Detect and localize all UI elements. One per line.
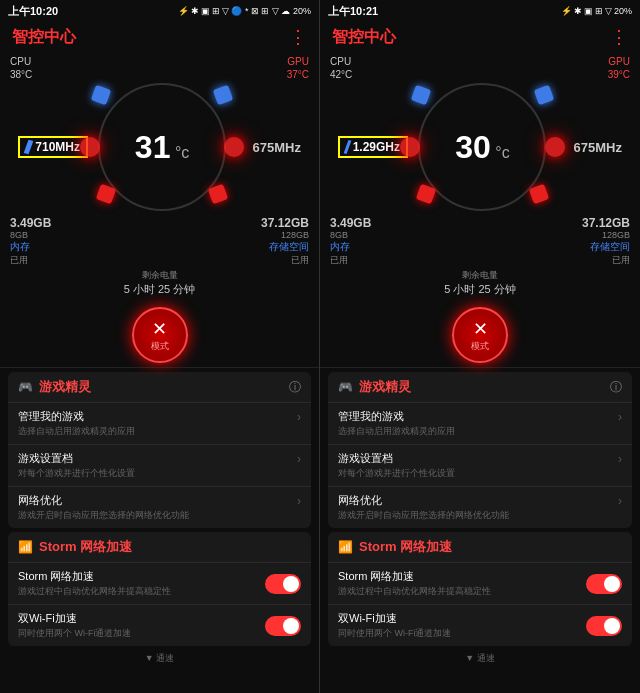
glow-blue-tl-2 (411, 85, 432, 106)
game-elf-card-1: 🎮 游戏精灵 ⓘ 管理我的游戏 › 选择自动启用游戏精灵的应用 游戏设置档 › … (8, 372, 311, 528)
chevron-icon-2-0: › (618, 410, 622, 424)
cpu-temp-2: 42°C (330, 69, 352, 80)
bt-icon: ⚡ (178, 6, 189, 16)
storm-toggle-1-0[interactable] (265, 574, 301, 594)
game-elf-header-2: 🎮 游戏精灵 ⓘ (328, 372, 632, 402)
mode-section-1: ✕ 模式 (10, 301, 309, 367)
cpu-gpu-labels-2: CPU GPU (330, 56, 630, 67)
network-icon-2: ⊞ (595, 6, 603, 16)
divider-1 (0, 367, 319, 368)
game-elf-item-desc-1-1: 对每个游戏并进行个性化设置 (18, 467, 301, 480)
more-menu-1[interactable]: ⋮ (289, 26, 307, 48)
temp-content-1: 31 °c (135, 129, 189, 166)
storm-toggle-2-1[interactable] (586, 616, 622, 636)
blue-cube-icon-2 (344, 140, 351, 154)
divider-2 (320, 367, 640, 368)
temp-content-2: 30 °c (455, 129, 509, 166)
game-elf-item-desc-1-2: 游戏开启时自动应用您选择的网络优化功能 (18, 509, 301, 522)
network-icon: ⊞ (212, 6, 220, 16)
wifi-status-icon: ✱ (191, 6, 199, 16)
game-elf-item-2-2[interactable]: 网络优化 › 游戏开启时自动应用您选择的网络优化功能 (328, 486, 632, 528)
wifi-icon-2: 📶 (338, 540, 353, 554)
chevron-icon-1-0: › (297, 410, 301, 424)
center-display-1: 31 °c (88, 82, 236, 212)
battery-time-1: 5 小时 25 分钟 (10, 282, 309, 297)
game-elf-item-row-2-0: 管理我的游戏 › (338, 409, 622, 424)
game-elf-item-desc-2-2: 游戏开启时自动应用您选择的网络优化功能 (338, 509, 622, 522)
game-elf-item-1-2[interactable]: 网络优化 › 游戏开启时自动应用您选择的网络优化功能 (8, 486, 311, 528)
storm-title-2: Storm 网络加速 (359, 538, 452, 556)
glow-red-right-2 (545, 137, 565, 157)
game-elf-card-2: 🎮 游戏精灵 ⓘ 管理我的游戏 › 选择自动启用游戏精灵的应用 游戏设置档 › … (328, 372, 632, 528)
app-title-2: 智控中心 (332, 27, 396, 48)
storm-item-title-1-1: 双Wi-Fi加速 (18, 611, 265, 626)
game-elf-title-1: 游戏精灵 (39, 378, 91, 396)
dashboard-1: CPU GPU 38°C 37°C 710MHz (0, 52, 319, 367)
storm-card-1: 📶 Storm 网络加速 Storm 网络加速 游戏过程中自动优化网络并提高稳定… (8, 532, 311, 646)
mode-text-1: 模式 (151, 340, 169, 353)
dashboard-main-2: 1.29GHz 30 °c 675MHz (330, 82, 630, 212)
wifi-icon-1: 📶 (18, 540, 33, 554)
gamepad-icon-2: 🎮 (338, 380, 353, 394)
storm-item-title-1-0: Storm 网络加速 (18, 569, 265, 584)
game-elf-item-title-1-2: 网络优化 (18, 493, 62, 508)
glow-blue-tl-1 (91, 85, 112, 106)
storage-label-1: 存储空间 (261, 240, 309, 254)
more-menu-2[interactable]: ⋮ (610, 26, 628, 48)
storm-header-left-1: 📶 Storm 网络加速 (18, 538, 132, 556)
cpu-freq-area-1: 710MHz (18, 136, 88, 158)
storage-used-2: 37.12GB (582, 216, 630, 230)
storage-label-2: 存储空间 (582, 240, 630, 254)
bt-icon-2: ⚡ (561, 6, 572, 16)
cpu-gpu-labels-1: CPU GPU (10, 56, 309, 67)
storm-item-title-2-0: Storm 网络加速 (338, 569, 586, 584)
mode-x-icon-2: ✕ (473, 318, 488, 340)
mode-section-2: ✕ 模式 (330, 301, 630, 367)
scroll-hint-2: ▼ 通速 (320, 650, 640, 667)
game-elf-item-2-1[interactable]: 游戏设置档 › 对每个游戏并进行个性化设置 (328, 444, 632, 486)
mode-x-icon-1: ✕ (152, 318, 167, 340)
cpu-freq-val-1: 710MHz (35, 140, 80, 154)
dashboard-main-1: 710MHz 31 °c 675MHz (10, 82, 309, 212)
battery-pct-2: 20% (614, 6, 632, 16)
battery-section-2: 剩余电量 5 小时 25 分钟 (330, 269, 630, 301)
game-elf-title-2: 游戏精灵 (359, 378, 411, 396)
mem-sublabel-2: 已用 (330, 254, 371, 267)
cpu-freq-box-2: 1.29GHz (338, 136, 408, 158)
battery-label-2: 剩余电量 (330, 269, 630, 282)
storm-item-left-1-1: 双Wi-Fi加速 同时使用两个 Wi-Fi通道加速 (18, 611, 265, 640)
glow-red-br-2 (529, 184, 550, 205)
blue-cube-icon-1 (24, 140, 34, 155)
storm-item-1-1: 双Wi-Fi加速 同时使用两个 Wi-Fi通道加速 (8, 604, 311, 646)
cpu-label-2: CPU (330, 56, 351, 67)
game-elf-item-1-0[interactable]: 管理我的游戏 › 选择自动启用游戏精灵的应用 (8, 402, 311, 444)
chevron-icon-2-1: › (618, 452, 622, 466)
storm-toggle-1-1[interactable] (265, 616, 301, 636)
status-icons-2: ⚡ ✱ ▣ ⊞ ▽ 20% (561, 6, 632, 16)
cpu-freq-val-2: 1.29GHz (353, 140, 400, 154)
game-elf-item-2-0[interactable]: 管理我的游戏 › 选择自动启用游戏精灵的应用 (328, 402, 632, 444)
cpu-freq-area-2: 1.29GHz (338, 136, 408, 158)
cpu-temp-1: 38°C (10, 69, 32, 80)
game-elf-item-desc-2-0: 选择自动启用游戏精灵的应用 (338, 425, 622, 438)
storm-item-left-1-0: Storm 网络加速 游戏过程中自动优化网络并提高稳定性 (18, 569, 265, 598)
memory-row-1: 3.49GB 8GB 内存 已用 37.12GB 128GB 存储空间 已用 (10, 216, 309, 267)
game-elf-item-row-1-2: 网络优化 › (18, 493, 301, 508)
storm-item-2-1: 双Wi-Fi加速 同时使用两个 Wi-Fi通道加速 (328, 604, 632, 646)
mode-button-1[interactable]: ✕ 模式 (132, 307, 188, 363)
memory-info-2: 3.49GB 8GB 内存 已用 (330, 216, 371, 267)
game-elf-header-left-1: 🎮 游戏精灵 (18, 378, 91, 396)
game-elf-item-1-1[interactable]: 游戏设置档 › 对每个游戏并进行个性化设置 (8, 444, 311, 486)
info-icon-1[interactable]: ⓘ (289, 379, 301, 396)
mode-button-2[interactable]: ✕ 模式 (452, 307, 508, 363)
time-1: 上午10:20 (8, 4, 58, 19)
storage-total-2: 128GB (582, 230, 630, 240)
storm-toggle-2-0[interactable] (586, 574, 622, 594)
battery-pct-1: 🔵 * ⊠ ⊞ ▽ ☁ 20% (231, 6, 311, 16)
chevron-icon-2-2: › (618, 494, 622, 508)
gpu-freq-val-2: 675MHz (574, 140, 622, 155)
dashboard-2: CPU GPU 42°C 39°C 1.29GHz (320, 52, 640, 367)
cpu-freq-box-1: 710MHz (18, 136, 88, 158)
info-icon-2[interactable]: ⓘ (610, 379, 622, 396)
game-elf-item-title-2-1: 游戏设置档 (338, 451, 393, 466)
